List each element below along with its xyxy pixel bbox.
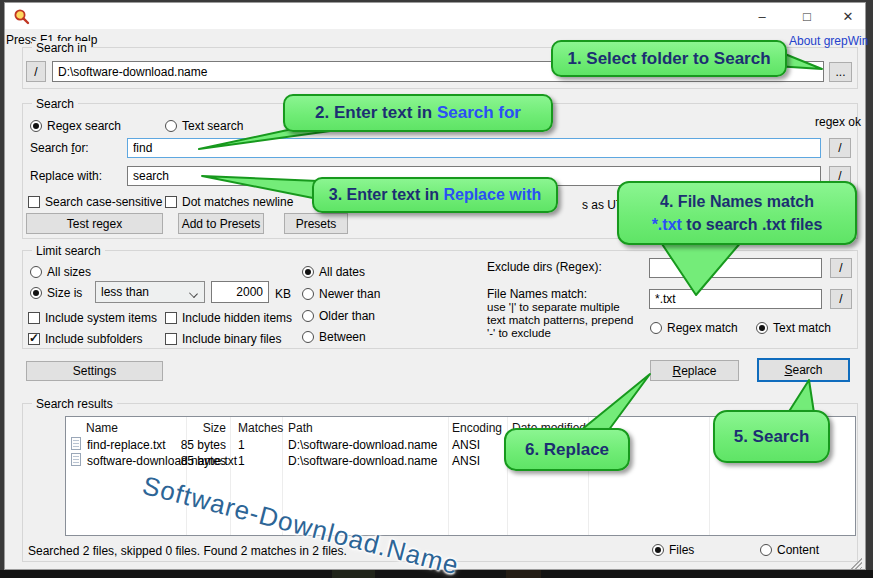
callout-4-line1: 4. File Names match [660,190,814,213]
maximize-icon: □ [803,9,811,24]
callout-4-file-names-match: 4. File Names match *.txt to search .txt… [617,181,857,245]
radio-icon [756,322,768,334]
slash-icon: / [839,292,842,306]
size-is-label: Size is [47,286,82,300]
include-hidden-checkbox[interactable]: Include hidden items [165,311,292,325]
callout-1-text: 1. Select folder to Search [567,49,770,69]
presets-button[interactable]: Presets [284,213,348,234]
include-binary-checkbox[interactable]: Include binary files [165,332,281,346]
status-text: Searched 2 files, skipped 0 files. Found… [28,544,347,558]
column-header-encoding[interactable]: Encoding [452,421,502,435]
text-match-radio[interactable]: Text match [756,321,831,335]
all-dates-label: All dates [319,265,365,279]
all-dates-radio[interactable]: All dates [302,265,365,279]
file-icon [71,453,81,466]
dot-matches-newline-label: Dot matches newline [182,195,293,209]
result-path: D:\software-download.name [288,454,437,468]
include-subfolders-label: Include subfolders [45,332,142,346]
exclude-dirs-regex-helper-button[interactable]: / [830,258,852,278]
callout-2-enter-search-text: 2. Enter text in Search for [283,94,553,132]
file-names-match-label: File Names match: [487,287,587,301]
result-path: D:\software-download.name [288,438,437,452]
test-regex-button[interactable]: Test regex [26,213,163,234]
radio-icon [302,288,314,300]
size-is-radio[interactable]: Size is [30,286,82,300]
column-header-name[interactable]: Name [86,421,118,435]
column-header-path[interactable]: Path [288,421,313,435]
callout-3-text: 3. Enter text in Replace with [329,186,542,204]
resize-grip[interactable] [849,556,862,569]
callout-2-text: 2. Enter text in Search for [315,103,521,123]
size-unit-label: KB [275,287,291,301]
search-in-regex-helper-button[interactable]: / [26,61,46,82]
regex-search-radio[interactable]: Regex search [30,119,121,133]
between-radio[interactable]: Between [302,330,366,344]
about-grepwin-link[interactable]: About grepWin [789,34,868,48]
column-header-size[interactable]: Size [146,421,226,435]
files-radio[interactable]: Files [652,543,694,557]
size-operator-value: less than [101,285,149,299]
file-names-match-input[interactable] [649,289,822,309]
dot-matches-newline-checkbox[interactable]: Dot matches newline [165,195,293,209]
regex-match-radio[interactable]: Regex match [650,321,738,335]
search-for-label: Search for: [30,141,89,155]
search-button-label: Search [784,363,822,377]
content-label: Content [777,543,819,557]
include-subfolders-checkbox[interactable]: Include subfolders [28,332,142,346]
maximize-button[interactable]: □ [787,3,827,29]
case-sensitive-label: Search case-sensitive [45,195,162,209]
callout-5-search: 5. Search [713,410,830,463]
checkbox-icon [28,196,40,208]
search-for-input[interactable] [127,138,821,158]
ellipsis-icon: ... [835,65,845,79]
slash-icon: / [838,141,841,155]
result-encoding: ANSI [452,454,480,468]
minimize-icon: – [758,9,765,24]
older-than-radio[interactable]: Older than [302,309,375,323]
radio-icon [302,310,314,322]
radio-icon [652,544,664,556]
file-icon [71,437,81,450]
column-divider [709,417,710,535]
newer-than-label: Newer than [319,287,380,301]
size-operator-select[interactable]: less than [95,281,205,303]
file-names-hint-line3: '-' to exclude [487,327,551,339]
include-system-checkbox[interactable]: Include system items [28,311,157,325]
replace-button-label: Replace [672,364,716,378]
file-names-hint-line2: text match patterns, prepend [487,314,633,326]
include-hidden-label: Include hidden items [182,311,292,325]
result-size: 85 bytes [146,454,226,468]
minimize-button[interactable]: – [742,3,782,29]
text-search-label: Text search [182,119,243,133]
size-value-input[interactable] [211,281,269,303]
all-sizes-label: All sizes [47,265,91,279]
file-names-regex-helper-button[interactable]: / [830,289,852,309]
column-header-matches[interactable]: Matches [238,421,283,435]
content-radio[interactable]: Content [760,543,819,557]
exclude-dirs-input[interactable] [649,258,822,278]
text-search-radio[interactable]: Text search [165,119,243,133]
search-button[interactable]: Search [757,358,850,382]
settings-button[interactable]: Settings [26,361,163,381]
add-to-presets-button[interactable]: Add to Presets [178,213,264,234]
replace-button[interactable]: Replace [650,360,739,381]
replace-with-label: Replace with: [30,169,102,183]
column-divider [448,417,449,535]
newer-than-radio[interactable]: Newer than [302,287,380,301]
search-for-regex-helper-button[interactable]: / [829,138,851,158]
page: { "window": { "title": "grepWin : D:\\so… [0,0,873,578]
close-icon: ✕ [843,9,854,24]
all-sizes-radio[interactable]: All sizes [30,265,91,279]
close-button[interactable]: ✕ [830,3,866,29]
slash-icon: / [839,261,842,275]
regex-match-label: Regex match [667,321,738,335]
limit-search-group-label: Limit search [32,244,105,258]
radio-icon [760,544,772,556]
radio-icon [30,120,42,132]
case-sensitive-checkbox[interactable]: Search case-sensitive [28,195,162,209]
result-encoding: ANSI [452,438,480,452]
regex-ok-status: regex ok [815,115,861,129]
radio-icon [650,322,662,334]
browse-folder-button[interactable]: ... [829,62,852,82]
exclude-dirs-label: Exclude dirs (Regex): [487,260,602,274]
